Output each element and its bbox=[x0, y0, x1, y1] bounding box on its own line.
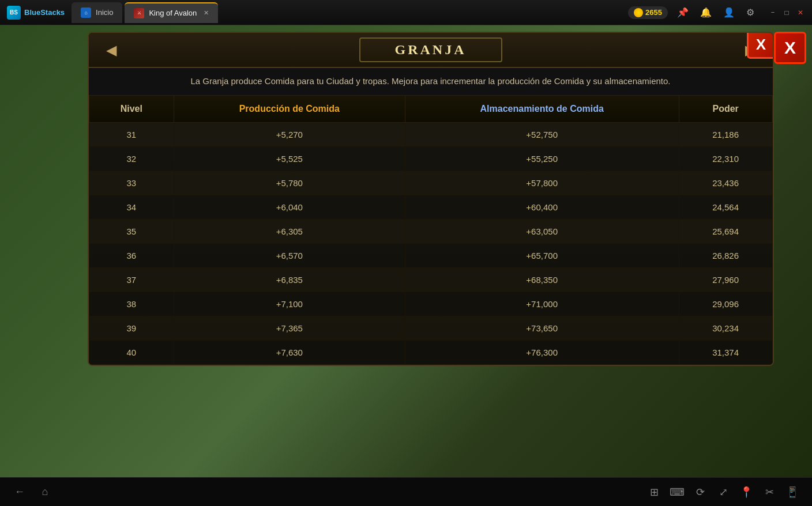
cell-almacenamiento: +55,250 bbox=[405, 146, 679, 171]
granja-table: Nivel Producción de Comida Almacenamient… bbox=[89, 95, 773, 365]
scissors-icon[interactable]: ✂ bbox=[761, 486, 777, 499]
modal-close-button[interactable]: X bbox=[747, 32, 774, 59]
cell-nivel: 39 bbox=[89, 316, 174, 340]
cell-produccion: +5,780 bbox=[174, 171, 405, 195]
table-row: 39+7,365+73,65030,234 bbox=[89, 316, 772, 340]
table-row: 33+5,780+57,80023,436 bbox=[89, 171, 772, 195]
modal-description: La Granja produce Comida para tu Ciudad … bbox=[89, 68, 773, 95]
table-header-row: Nivel Producción de Comida Almacenamient… bbox=[89, 95, 772, 122]
cell-almacenamiento: +68,350 bbox=[405, 267, 679, 292]
cell-produccion: +7,365 bbox=[174, 316, 405, 340]
table-row: 35+6,305+63,05025,694 bbox=[89, 219, 772, 243]
cell-produccion: +6,570 bbox=[174, 243, 405, 267]
table-row: 38+7,100+71,00029,096 bbox=[89, 292, 772, 316]
table-row: 36+6,570+65,70026,826 bbox=[89, 243, 772, 267]
bluestacks-icon: BS bbox=[7, 6, 21, 20]
bottom-right-controls: ⊞ ⌨ ⟳ ⤢ 📍 ✂ 📱 bbox=[646, 486, 800, 499]
coin-icon bbox=[634, 8, 643, 17]
cell-almacenamiento: +71,000 bbox=[405, 292, 679, 316]
col-header-produccion: Producción de Comida bbox=[174, 95, 405, 122]
fullscreen-icon[interactable]: ⤢ bbox=[715, 486, 731, 499]
refresh-icon[interactable]: ⟳ bbox=[692, 486, 708, 499]
game-close-button[interactable]: X bbox=[774, 32, 806, 64]
close-window-button[interactable]: ✕ bbox=[796, 8, 805, 17]
cell-almacenamiento: +57,800 bbox=[405, 171, 679, 195]
location-icon[interactable]: 📍 bbox=[738, 486, 754, 499]
cell-poder: 27,960 bbox=[679, 267, 772, 292]
tab-king-of-avalon[interactable]: ⚔ King of Avalon ✕ bbox=[125, 2, 218, 23]
cell-nivel: 34 bbox=[89, 195, 174, 219]
cell-nivel: 33 bbox=[89, 171, 174, 195]
cell-produccion: +7,630 bbox=[174, 340, 405, 364]
table-row: 34+6,040+60,40024,564 bbox=[89, 195, 772, 219]
bluestacks-label: BlueStacks bbox=[24, 8, 65, 17]
tab-game-label: King of Avalon bbox=[149, 9, 197, 17]
cell-almacenamiento: +76,300 bbox=[405, 340, 679, 364]
settings-icon[interactable]: ⚙ bbox=[744, 6, 757, 19]
cell-nivel: 31 bbox=[89, 122, 174, 146]
modal-container: ◀ GRANJA ▶ X La Granja produce Comida pa… bbox=[88, 32, 774, 366]
game-tab-icon: ⚔ bbox=[134, 8, 144, 18]
maximize-button[interactable]: □ bbox=[782, 8, 791, 17]
bottom-left-controls: ← ⌂ bbox=[12, 486, 53, 499]
user-icon[interactable]: 👤 bbox=[721, 6, 737, 19]
col-header-nivel: Nivel bbox=[89, 95, 174, 122]
cell-produccion: +5,270 bbox=[174, 122, 405, 146]
cell-produccion: +6,835 bbox=[174, 267, 405, 292]
titlebar-right: 2655 📌 🔔 👤 ⚙ － □ ✕ bbox=[628, 6, 812, 19]
prev-nav-arrow[interactable]: ◀ bbox=[106, 42, 116, 58]
col-header-poder: Poder bbox=[679, 95, 772, 122]
cell-poder: 31,374 bbox=[679, 340, 772, 364]
bell-icon[interactable]: 🔔 bbox=[698, 6, 714, 19]
tab-inicio[interactable]: ⌂ Inicio bbox=[72, 2, 122, 23]
back-button[interactable]: ← bbox=[12, 486, 28, 499]
cell-poder: 30,234 bbox=[679, 316, 772, 340]
cell-nivel: 32 bbox=[89, 146, 174, 171]
cell-produccion: +7,100 bbox=[174, 292, 405, 316]
cell-poder: 21,186 bbox=[679, 122, 772, 146]
table-row: 32+5,525+55,25022,310 bbox=[89, 146, 772, 171]
col-header-almacenamiento: Almacenamiento de Comida bbox=[405, 95, 679, 122]
cell-nivel: 35 bbox=[89, 219, 174, 243]
titlebar: BS BlueStacks ⌂ Inicio ⚔ King of Avalon … bbox=[0, 0, 812, 25]
tab-close-icon[interactable]: ✕ bbox=[204, 9, 209, 17]
cell-nivel: 37 bbox=[89, 267, 174, 292]
table-row: 40+7,630+76,30031,374 bbox=[89, 340, 772, 364]
cell-almacenamiento: +52,750 bbox=[405, 122, 679, 146]
inicio-tab-icon: ⌂ bbox=[81, 7, 91, 18]
coin-count: 2655 bbox=[645, 8, 662, 17]
grid-icon[interactable]: ⊞ bbox=[646, 486, 662, 499]
modal-title-box: GRANJA bbox=[359, 37, 502, 62]
cell-nivel: 40 bbox=[89, 340, 174, 364]
table-row: 37+6,835+68,35027,960 bbox=[89, 267, 772, 292]
cell-nivel: 38 bbox=[89, 292, 174, 316]
cell-produccion: +6,305 bbox=[174, 219, 405, 243]
table-row: 31+5,270+52,75021,186 bbox=[89, 122, 772, 146]
modal-header: ◀ GRANJA ▶ X bbox=[89, 33, 773, 68]
cell-poder: 24,564 bbox=[679, 195, 772, 219]
cell-almacenamiento: +65,700 bbox=[405, 243, 679, 267]
cell-almacenamiento: +63,050 bbox=[405, 219, 679, 243]
cell-produccion: +5,525 bbox=[174, 146, 405, 171]
keyboard-icon[interactable]: ⌨ bbox=[669, 486, 685, 499]
cell-poder: 22,310 bbox=[679, 146, 772, 171]
tab-inicio-label: Inicio bbox=[96, 8, 113, 17]
phone-icon[interactable]: 📱 bbox=[784, 486, 800, 499]
minimize-button[interactable]: － bbox=[768, 8, 777, 17]
bottom-bar: ← ⌂ ⊞ ⌨ ⟳ ⤢ 📍 ✂ 📱 bbox=[0, 477, 812, 506]
cell-poder: 25,694 bbox=[679, 219, 772, 243]
coin-badge: 2655 bbox=[628, 6, 668, 19]
cell-poder: 23,436 bbox=[679, 171, 772, 195]
modal-overlay: ◀ GRANJA ▶ X La Granja produce Comida pa… bbox=[55, 32, 806, 477]
pin-icon[interactable]: 📌 bbox=[675, 6, 691, 19]
cell-almacenamiento: +73,650 bbox=[405, 316, 679, 340]
cell-nivel: 36 bbox=[89, 243, 174, 267]
modal-title: GRANJA bbox=[395, 42, 467, 57]
titlebar-tabs: ⌂ Inicio ⚔ King of Avalon ✕ bbox=[72, 2, 628, 23]
cell-produccion: +6,040 bbox=[174, 195, 405, 219]
cell-almacenamiento: +60,400 bbox=[405, 195, 679, 219]
window-controls: － □ ✕ bbox=[768, 8, 805, 17]
cell-poder: 26,826 bbox=[679, 243, 772, 267]
home-button[interactable]: ⌂ bbox=[37, 486, 53, 499]
bluestacks-logo: BS BlueStacks bbox=[0, 6, 72, 20]
